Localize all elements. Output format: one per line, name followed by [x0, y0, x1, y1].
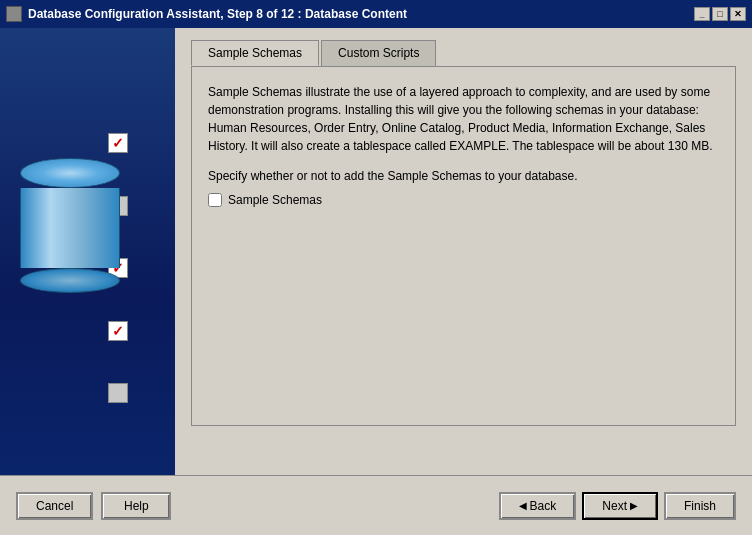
left-panel: [0, 28, 175, 475]
check-gray-2: [108, 383, 128, 403]
cylinder-bottom: [20, 268, 120, 293]
cylinder-top: [20, 158, 120, 188]
maximize-button[interactable]: □: [712, 7, 728, 21]
sample-schemas-checkbox-row: Sample Schemas: [208, 193, 719, 207]
tab-sample-schemas[interactable]: Sample Schemas: [191, 40, 319, 66]
bottom-right-buttons: ◀ Back Next ▶ Finish: [499, 492, 736, 520]
title-buttons: _ □ ✕: [694, 7, 746, 21]
sample-schemas-checkbox[interactable]: [208, 193, 222, 207]
check-red-3: [108, 321, 128, 341]
app-icon: [6, 6, 22, 22]
tab-bar: Sample Schemas Custom Scripts: [191, 40, 736, 66]
bottom-left-buttons: Cancel Help: [16, 492, 171, 520]
bottom-bar: Cancel Help ◀ Back Next ▶ Finish: [0, 475, 752, 535]
help-button[interactable]: Help: [101, 492, 171, 520]
window-title: Database Configuration Assistant, Step 8…: [28, 7, 407, 21]
title-bar-left: Database Configuration Assistant, Step 8…: [6, 6, 407, 22]
next-arrow-icon: ▶: [630, 500, 638, 511]
check-item-1: [108, 133, 128, 153]
description-text: Sample Schemas illustrate the use of a l…: [208, 83, 719, 155]
right-panel: Sample Schemas Custom Scripts Sample Sch…: [175, 28, 752, 475]
check-red-1: [108, 133, 128, 153]
close-button[interactable]: ✕: [730, 7, 746, 21]
finish-button[interactable]: Finish: [664, 492, 736, 520]
sample-schemas-label: Sample Schemas: [228, 193, 322, 207]
check-item-5: [108, 383, 128, 403]
specify-text: Specify whether or not to add the Sample…: [208, 169, 719, 183]
cylinder-body: [20, 188, 120, 268]
title-bar: Database Configuration Assistant, Step 8…: [0, 0, 752, 28]
main-content: Sample Schemas Custom Scripts Sample Sch…: [0, 28, 752, 475]
tab-custom-scripts[interactable]: Custom Scripts: [321, 40, 436, 66]
back-arrow-icon: ◀: [519, 500, 527, 511]
back-button[interactable]: ◀ Back: [499, 492, 577, 520]
minimize-button[interactable]: _: [694, 7, 710, 21]
tab-content-area: Sample Schemas illustrate the use of a l…: [191, 66, 736, 426]
cancel-button[interactable]: Cancel: [16, 492, 93, 520]
next-button[interactable]: Next ▶: [582, 492, 658, 520]
check-item-4: [108, 321, 128, 341]
database-image: [20, 158, 120, 278]
